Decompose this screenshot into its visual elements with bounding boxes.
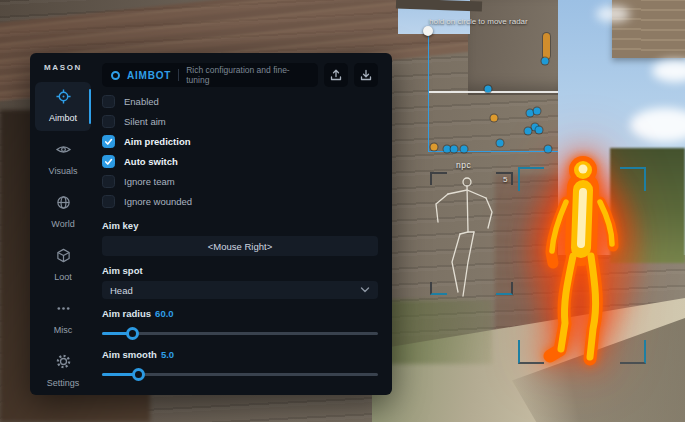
npc-esp-label: npc	[456, 160, 471, 170]
page-title: AIMBOT	[127, 70, 171, 81]
radar-loot-dot	[431, 144, 438, 151]
toggle-ignore-wounded[interactable]: Ignore wounded	[102, 191, 378, 211]
brand-name: MASON	[44, 63, 82, 72]
radar[interactable]: hold on circle to move radar	[428, 32, 558, 152]
slider-track[interactable]	[102, 332, 378, 335]
aim-radius-value: 60.0	[155, 308, 174, 319]
aim-smooth-label: Aim smooth	[102, 349, 157, 360]
download-icon	[360, 69, 372, 81]
gear-icon	[56, 354, 71, 369]
toggle-label: Ignore team	[124, 176, 175, 187]
checkbox[interactable]	[102, 195, 115, 208]
ring-icon	[111, 71, 120, 80]
import-config-button[interactable]	[354, 63, 378, 87]
radar-enemy-dot	[496, 139, 503, 146]
slider-thumb[interactable]	[126, 327, 139, 340]
aim-spot-dropdown[interactable]: Head	[102, 281, 378, 299]
radar-drag-handle[interactable]	[423, 26, 433, 36]
sidebar-item-label: Loot	[54, 272, 72, 282]
toggle-ignore-team[interactable]: Ignore team	[102, 171, 378, 191]
sidebar-item-world[interactable]: World	[35, 188, 91, 237]
toggle-label: Enabled	[124, 96, 159, 107]
aim-radius-label: Aim radius	[102, 308, 151, 319]
aim-key-label: Aim key	[102, 220, 378, 231]
sidebar-item-label: Settings	[47, 378, 80, 388]
aim-smooth-slider[interactable]	[102, 368, 378, 381]
radar-enemy-dot	[485, 86, 492, 93]
aimbot-page: AIMBOT Rich configuration and fine-tunin…	[96, 53, 392, 395]
sidebar-item-visuals[interactable]: Visuals	[35, 135, 91, 184]
game-screen: npc 5 hold on circle to move radar	[0, 0, 685, 422]
toggle-label: Ignore wounded	[124, 196, 192, 207]
sidebar-item-label: World	[51, 219, 74, 229]
sidebar-item-loot[interactable]: Loot	[35, 241, 91, 290]
toggle-label: Silent aim	[124, 116, 166, 127]
radar-enemy-dot	[526, 109, 533, 116]
enemy-player-cham	[520, 144, 645, 366]
toggle-label: Aim prediction	[124, 136, 191, 147]
page-subtitle: Rich configuration and fine-tuning	[186, 65, 309, 85]
toggle-enabled[interactable]: Enabled	[102, 91, 378, 111]
sidebar-item-label: Visuals	[49, 166, 78, 176]
sidebar-item-misc[interactable]: Misc	[35, 294, 91, 343]
check-icon	[104, 137, 113, 146]
upload-icon	[330, 69, 342, 81]
toggle-label: Auto switch	[124, 156, 178, 167]
sidebar-item-aimbot[interactable]: Aimbot	[35, 82, 91, 131]
sidebar: MASON Aimbot Visuals World	[30, 53, 96, 395]
aim-smooth-group: Aim smooth 5.0	[102, 349, 378, 381]
toggle-aim-prediction[interactable]: Aim prediction	[102, 131, 378, 151]
export-config-button[interactable]	[324, 63, 348, 87]
slider-thumb[interactable]	[132, 368, 145, 381]
checkbox[interactable]	[102, 95, 115, 108]
dots-icon	[56, 301, 71, 316]
skeleton-esp	[430, 172, 513, 300]
cheat-menu-window: MASON Aimbot Visuals World	[30, 53, 392, 395]
eye-icon	[56, 142, 71, 157]
sidebar-item-label: Aimbot	[49, 113, 77, 123]
radar-enemy-dot	[542, 57, 549, 64]
cube-icon	[56, 248, 71, 263]
radar-horizon-line	[429, 91, 558, 93]
radar-loot-dot	[490, 114, 497, 121]
radar-enemy-dot	[535, 126, 542, 133]
radar-enemy-dot	[544, 145, 551, 152]
divider	[178, 69, 179, 81]
aim-spot-value: Head	[110, 285, 133, 296]
radar-hint-text: hold on circle to move radar	[429, 17, 569, 26]
sidebar-item-settings[interactable]: Settings	[35, 347, 91, 396]
toggle-auto-switch[interactable]: Auto switch	[102, 151, 378, 171]
aim-smooth-value: 5.0	[161, 349, 174, 360]
radar-enemy-dot	[460, 145, 467, 152]
radar-enemy-dot	[534, 107, 541, 114]
page-header: AIMBOT Rich configuration and fine-tunin…	[102, 63, 318, 87]
chevron-down-icon	[360, 286, 370, 294]
checkbox[interactable]	[102, 175, 115, 188]
crosshair-icon	[56, 89, 71, 104]
radar-enemy-dot	[450, 145, 457, 152]
check-icon	[104, 157, 113, 166]
radar-marker-bar	[543, 33, 550, 59]
sidebar-item-label: Misc	[54, 325, 73, 335]
checkbox[interactable]	[102, 135, 115, 148]
checkbox[interactable]	[102, 155, 115, 168]
aim-radius-slider[interactable]	[102, 327, 378, 340]
toggle-silent-aim[interactable]: Silent aim	[102, 111, 378, 131]
cloud	[596, 6, 630, 22]
radar-enemy-dot	[525, 127, 532, 134]
aim-spot-label: Aim spot	[102, 265, 378, 276]
aim-radius-group: Aim radius 60.0	[102, 308, 378, 340]
globe-icon	[56, 195, 71, 210]
checkbox[interactable]	[102, 115, 115, 128]
aim-key-button[interactable]: <Mouse Right>	[102, 236, 378, 256]
